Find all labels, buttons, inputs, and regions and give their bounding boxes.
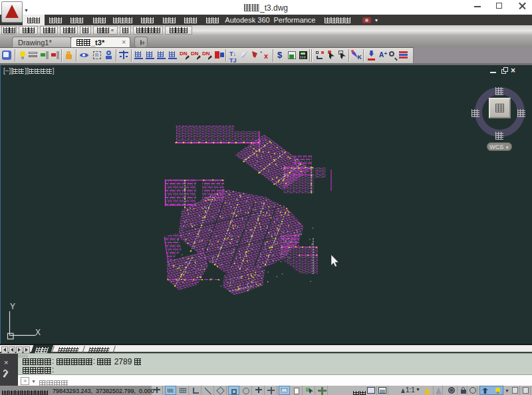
svg-text:X: X xyxy=(35,328,41,337)
svg-text:Y: Y xyxy=(10,302,15,311)
